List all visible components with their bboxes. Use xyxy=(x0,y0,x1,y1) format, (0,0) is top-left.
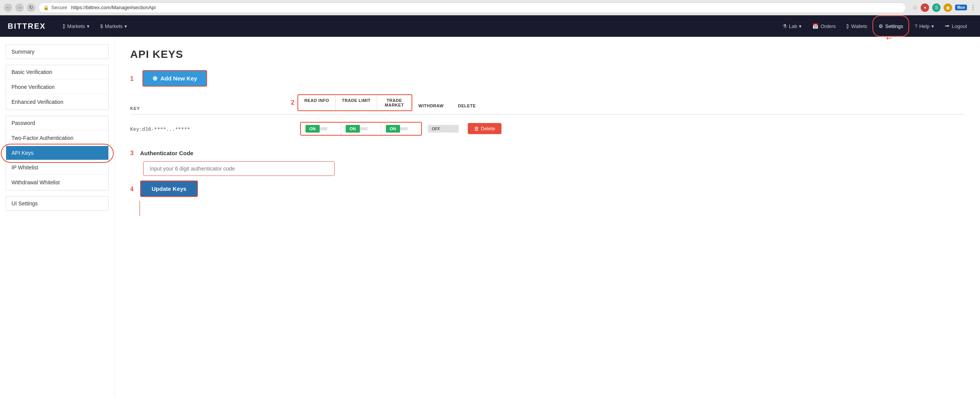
withdraw-off-label: OFF xyxy=(428,125,444,133)
read-info-off-part xyxy=(320,127,327,130)
trash-icon: 🗑 xyxy=(474,126,479,131)
browser-menu-icon[interactable]: ⋮ xyxy=(970,4,976,11)
nav-help-label: Help xyxy=(919,23,929,29)
sidebar-item-phone-verification[interactable]: Phone Verification xyxy=(6,80,108,94)
mon-badge: Mon xyxy=(955,5,967,10)
usd-markets-dropdown-icon: ▾ xyxy=(124,23,127,29)
key-value-cell: Key:d16-****...***** xyxy=(130,126,291,132)
add-key-label: Add New Key xyxy=(160,75,197,82)
page-title: API KEYS xyxy=(130,48,965,61)
key-col-label: KEY xyxy=(130,106,140,111)
trade-limit-toggle[interactable]: ON xyxy=(346,125,376,133)
add-key-row: 1 ⊕ Add New Key xyxy=(130,70,965,87)
add-new-key-button[interactable]: ⊕ Add New Key xyxy=(142,70,207,87)
url-text: Secure https://bittrex.com/Manage#sectio… xyxy=(51,5,155,10)
ext-icon-1[interactable]: ● xyxy=(921,3,929,12)
annotation-2-label: 2 xyxy=(291,99,294,106)
sidebar-api-wrapper: API Keys xyxy=(6,146,108,161)
nav-btc-markets[interactable]: ₿ Markets ▾ xyxy=(57,15,95,37)
sidebar-item-ui-settings[interactable]: UI Settings xyxy=(6,196,109,211)
help-icon: ? xyxy=(915,23,917,29)
ext-icon-3[interactable]: ◉ xyxy=(944,3,952,12)
authenticator-label-row: 3 Authenticator Code xyxy=(130,149,965,157)
btc-icon: ₿ xyxy=(63,23,65,29)
reload-button[interactable]: ↻ xyxy=(27,3,35,12)
sidebar-account-group: Password Two-Factor Authentication API K… xyxy=(6,116,109,190)
read-info-on-label: ON xyxy=(305,125,320,133)
delete-button[interactable]: 🗑 Delete xyxy=(468,123,501,134)
nav-usd-markets[interactable]: $ Markets ▾ xyxy=(95,15,132,37)
trade-limit-col-header: TRADE LIMIT xyxy=(336,95,377,110)
sidebar-item-api-keys[interactable]: API Keys xyxy=(6,146,108,160)
trade-market-toggle-cell: ON xyxy=(381,123,421,135)
key-value: Key:d16-****...***** xyxy=(130,126,190,132)
sidebar-item-summary[interactable]: Summary xyxy=(6,44,109,59)
usd-icon: $ xyxy=(100,23,103,29)
withdraw-toggle-cell: OFF xyxy=(422,123,465,135)
navbar: BITTREX ₿ Markets ▾ $ Markets ▾ ⚗ Lab ▾ … xyxy=(0,15,980,37)
back-button[interactable]: ← xyxy=(4,3,12,12)
sidebar-verification-group: Basic Verification Phone Verification En… xyxy=(6,65,109,110)
sidebar-item-enhanced-verification[interactable]: Enhanced Verification xyxy=(6,95,108,109)
delete-label: Delete xyxy=(481,126,495,131)
browser-chrome: ← → ↻ 🔒 Secure https://bittrex.com/Manag… xyxy=(0,0,980,15)
logout-icon: ⮕ xyxy=(945,23,950,29)
trade-market-on-label: ON xyxy=(386,125,400,133)
api-key-row: Key:d16-****...***** ON ON xyxy=(130,118,965,139)
read-info-toggle-cell: ON xyxy=(301,123,341,135)
delete-col-header: DELETE xyxy=(450,100,484,111)
sidebar-item-ip-whitelist[interactable]: IP Whitelist xyxy=(6,161,108,175)
main-layout: Summary Basic Verification Phone Verific… xyxy=(0,37,980,397)
annotation-4: 4 xyxy=(130,186,136,193)
sidebar-summary-group: Summary xyxy=(6,44,109,59)
trade-market-toggle[interactable]: ON xyxy=(386,125,416,133)
vertical-line-annotation xyxy=(130,201,965,216)
logo: BITTREX xyxy=(8,22,46,31)
nav-orders[interactable]: 📅 Orders xyxy=(807,15,841,37)
sidebar-item-basic-verification[interactable]: Basic Verification xyxy=(6,65,108,79)
nav-wallets[interactable]: ₿ Wallets xyxy=(841,15,872,37)
permissions-box: READ INFO TRADE LIMIT TRADE MARKET xyxy=(297,94,412,111)
url-full: https://bittrex.com/Manage#sectionApi xyxy=(71,5,155,10)
table-separator xyxy=(130,114,965,115)
trade-market-col-header: TRADE MARKET xyxy=(377,95,412,110)
browser-actions: ☆ ● S ◉ Mon ⋮ xyxy=(912,3,976,12)
permissions-toggles-box: ON ON ON xyxy=(300,122,422,136)
withdraw-toggle[interactable]: OFF xyxy=(428,125,459,133)
nav-settings[interactable]: ⚙ Settings xyxy=(872,15,909,37)
update-keys-row: 4 Update Keys xyxy=(130,180,965,197)
update-keys-button[interactable]: Update Keys xyxy=(140,180,198,197)
nav-help[interactable]: ? Help ▾ xyxy=(909,15,939,37)
btc-markets-dropdown-icon: ▾ xyxy=(87,23,90,29)
nav-logout[interactable]: ⮕ Logout xyxy=(939,15,972,37)
authenticator-label: Authenticator Code xyxy=(140,150,193,156)
ext-icon-2[interactable]: S xyxy=(932,3,941,12)
annotation-line xyxy=(139,201,140,216)
annotation-3: 3 xyxy=(130,150,136,157)
withdraw-col-header: WITHDRAW xyxy=(412,100,450,111)
plus-circle-icon: ⊕ xyxy=(152,75,157,82)
content-area: API KEYS 1 ⊕ Add New Key KEY 2 READ INFO… xyxy=(115,37,980,397)
nav-right: ⚗ Lab ▾ 📅 Orders ₿ Wallets ⚙ Settings ↙ … xyxy=(777,15,972,37)
trade-limit-off-part xyxy=(360,127,368,130)
sidebar-item-password[interactable]: Password xyxy=(6,116,108,130)
table-header-row: KEY 2 READ INFO TRADE LIMIT TRADE MARKET… xyxy=(130,94,965,111)
address-bar[interactable]: 🔒 Secure https://bittrex.com/Manage#sect… xyxy=(38,2,906,13)
nav-btc-markets-label: Markets xyxy=(67,23,85,29)
read-info-col-header: READ INFO xyxy=(298,95,336,110)
sidebar-item-withdrawal-whitelist[interactable]: Withdrawal Whitelist xyxy=(6,176,108,189)
forward-button[interactable]: → xyxy=(15,3,24,12)
authenticator-input[interactable] xyxy=(143,161,335,176)
sidebar-settings-group: UI Settings xyxy=(6,196,109,211)
lab-icon: ⚗ xyxy=(782,23,787,29)
sidebar-item-two-factor[interactable]: Two-Factor Authentication xyxy=(6,131,108,145)
nav-lab[interactable]: ⚗ Lab ▾ xyxy=(777,15,807,37)
lab-dropdown-icon: ▾ xyxy=(799,23,802,29)
settings-icon: ⚙ xyxy=(879,23,883,29)
authenticator-input-row xyxy=(130,161,965,176)
read-info-toggle[interactable]: ON xyxy=(305,125,336,133)
bookmark-icon[interactable]: ☆ xyxy=(912,4,918,11)
nav-orders-label: Orders xyxy=(820,23,836,29)
nav-usd-markets-label: Markets xyxy=(105,23,122,29)
orders-icon: 📅 xyxy=(812,23,818,29)
